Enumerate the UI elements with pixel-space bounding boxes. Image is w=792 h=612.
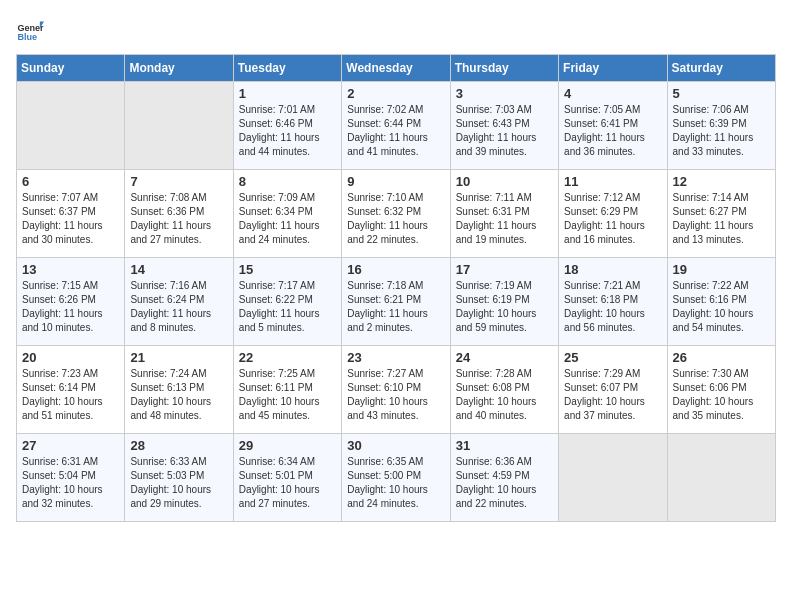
calendar-cell: 13Sunrise: 7:15 AM Sunset: 6:26 PM Dayli… (17, 258, 125, 346)
calendar-cell: 22Sunrise: 7:25 AM Sunset: 6:11 PM Dayli… (233, 346, 341, 434)
day-number: 9 (347, 174, 444, 189)
day-info: Sunrise: 7:27 AM Sunset: 6:10 PM Dayligh… (347, 367, 444, 423)
calendar-cell: 5Sunrise: 7:06 AM Sunset: 6:39 PM Daylig… (667, 82, 775, 170)
day-info: Sunrise: 6:36 AM Sunset: 4:59 PM Dayligh… (456, 455, 553, 511)
calendar-cell (17, 82, 125, 170)
day-info: Sunrise: 7:08 AM Sunset: 6:36 PM Dayligh… (130, 191, 227, 247)
calendar-cell (125, 82, 233, 170)
day-info: Sunrise: 7:10 AM Sunset: 6:32 PM Dayligh… (347, 191, 444, 247)
day-number: 7 (130, 174, 227, 189)
col-header-sunday: Sunday (17, 55, 125, 82)
day-info: Sunrise: 7:25 AM Sunset: 6:11 PM Dayligh… (239, 367, 336, 423)
day-number: 28 (130, 438, 227, 453)
day-info: Sunrise: 7:02 AM Sunset: 6:44 PM Dayligh… (347, 103, 444, 159)
day-info: Sunrise: 7:05 AM Sunset: 6:41 PM Dayligh… (564, 103, 661, 159)
calendar-cell: 25Sunrise: 7:29 AM Sunset: 6:07 PM Dayli… (559, 346, 667, 434)
calendar-cell: 23Sunrise: 7:27 AM Sunset: 6:10 PM Dayli… (342, 346, 450, 434)
svg-text:Blue: Blue (17, 32, 37, 42)
day-info: Sunrise: 7:17 AM Sunset: 6:22 PM Dayligh… (239, 279, 336, 335)
calendar-cell: 17Sunrise: 7:19 AM Sunset: 6:19 PM Dayli… (450, 258, 558, 346)
calendar-cell: 21Sunrise: 7:24 AM Sunset: 6:13 PM Dayli… (125, 346, 233, 434)
calendar-cell: 7Sunrise: 7:08 AM Sunset: 6:36 PM Daylig… (125, 170, 233, 258)
day-number: 20 (22, 350, 119, 365)
day-number: 21 (130, 350, 227, 365)
calendar-cell: 31Sunrise: 6:36 AM Sunset: 4:59 PM Dayli… (450, 434, 558, 522)
day-number: 22 (239, 350, 336, 365)
calendar-table: SundayMondayTuesdayWednesdayThursdayFrid… (16, 54, 776, 522)
col-header-wednesday: Wednesday (342, 55, 450, 82)
calendar-cell: 1Sunrise: 7:01 AM Sunset: 6:46 PM Daylig… (233, 82, 341, 170)
day-info: Sunrise: 7:18 AM Sunset: 6:21 PM Dayligh… (347, 279, 444, 335)
day-number: 17 (456, 262, 553, 277)
day-number: 16 (347, 262, 444, 277)
day-number: 13 (22, 262, 119, 277)
col-header-thursday: Thursday (450, 55, 558, 82)
day-number: 25 (564, 350, 661, 365)
calendar-cell: 24Sunrise: 7:28 AM Sunset: 6:08 PM Dayli… (450, 346, 558, 434)
day-number: 23 (347, 350, 444, 365)
day-info: Sunrise: 6:33 AM Sunset: 5:03 PM Dayligh… (130, 455, 227, 511)
day-info: Sunrise: 7:01 AM Sunset: 6:46 PM Dayligh… (239, 103, 336, 159)
calendar-cell: 19Sunrise: 7:22 AM Sunset: 6:16 PM Dayli… (667, 258, 775, 346)
day-number: 6 (22, 174, 119, 189)
calendar-cell: 11Sunrise: 7:12 AM Sunset: 6:29 PM Dayli… (559, 170, 667, 258)
day-info: Sunrise: 7:11 AM Sunset: 6:31 PM Dayligh… (456, 191, 553, 247)
day-info: Sunrise: 6:34 AM Sunset: 5:01 PM Dayligh… (239, 455, 336, 511)
logo-icon: General Blue (16, 16, 44, 44)
day-info: Sunrise: 7:03 AM Sunset: 6:43 PM Dayligh… (456, 103, 553, 159)
day-number: 3 (456, 86, 553, 101)
calendar-cell: 14Sunrise: 7:16 AM Sunset: 6:24 PM Dayli… (125, 258, 233, 346)
day-info: Sunrise: 7:12 AM Sunset: 6:29 PM Dayligh… (564, 191, 661, 247)
day-number: 15 (239, 262, 336, 277)
day-info: Sunrise: 7:21 AM Sunset: 6:18 PM Dayligh… (564, 279, 661, 335)
calendar-cell: 4Sunrise: 7:05 AM Sunset: 6:41 PM Daylig… (559, 82, 667, 170)
col-header-monday: Monday (125, 55, 233, 82)
day-number: 30 (347, 438, 444, 453)
day-number: 8 (239, 174, 336, 189)
day-info: Sunrise: 7:22 AM Sunset: 6:16 PM Dayligh… (673, 279, 770, 335)
day-number: 29 (239, 438, 336, 453)
day-number: 26 (673, 350, 770, 365)
logo: General Blue (16, 16, 44, 44)
day-info: Sunrise: 7:28 AM Sunset: 6:08 PM Dayligh… (456, 367, 553, 423)
day-info: Sunrise: 6:35 AM Sunset: 5:00 PM Dayligh… (347, 455, 444, 511)
calendar-cell: 27Sunrise: 6:31 AM Sunset: 5:04 PM Dayli… (17, 434, 125, 522)
calendar-cell: 6Sunrise: 7:07 AM Sunset: 6:37 PM Daylig… (17, 170, 125, 258)
col-header-tuesday: Tuesday (233, 55, 341, 82)
day-info: Sunrise: 7:23 AM Sunset: 6:14 PM Dayligh… (22, 367, 119, 423)
calendar-cell: 8Sunrise: 7:09 AM Sunset: 6:34 PM Daylig… (233, 170, 341, 258)
calendar-cell (667, 434, 775, 522)
calendar-cell: 16Sunrise: 7:18 AM Sunset: 6:21 PM Dayli… (342, 258, 450, 346)
day-number: 14 (130, 262, 227, 277)
calendar-cell: 28Sunrise: 6:33 AM Sunset: 5:03 PM Dayli… (125, 434, 233, 522)
calendar-cell: 29Sunrise: 6:34 AM Sunset: 5:01 PM Dayli… (233, 434, 341, 522)
col-header-saturday: Saturday (667, 55, 775, 82)
day-info: Sunrise: 7:14 AM Sunset: 6:27 PM Dayligh… (673, 191, 770, 247)
day-number: 1 (239, 86, 336, 101)
day-info: Sunrise: 7:07 AM Sunset: 6:37 PM Dayligh… (22, 191, 119, 247)
calendar-cell: 10Sunrise: 7:11 AM Sunset: 6:31 PM Dayli… (450, 170, 558, 258)
day-number: 2 (347, 86, 444, 101)
day-number: 31 (456, 438, 553, 453)
day-info: Sunrise: 7:15 AM Sunset: 6:26 PM Dayligh… (22, 279, 119, 335)
calendar-cell: 18Sunrise: 7:21 AM Sunset: 6:18 PM Dayli… (559, 258, 667, 346)
day-info: Sunrise: 7:19 AM Sunset: 6:19 PM Dayligh… (456, 279, 553, 335)
calendar-cell: 30Sunrise: 6:35 AM Sunset: 5:00 PM Dayli… (342, 434, 450, 522)
day-number: 11 (564, 174, 661, 189)
day-info: Sunrise: 7:09 AM Sunset: 6:34 PM Dayligh… (239, 191, 336, 247)
calendar-cell: 9Sunrise: 7:10 AM Sunset: 6:32 PM Daylig… (342, 170, 450, 258)
day-number: 27 (22, 438, 119, 453)
day-info: Sunrise: 7:06 AM Sunset: 6:39 PM Dayligh… (673, 103, 770, 159)
day-info: Sunrise: 7:24 AM Sunset: 6:13 PM Dayligh… (130, 367, 227, 423)
calendar-cell: 20Sunrise: 7:23 AM Sunset: 6:14 PM Dayli… (17, 346, 125, 434)
day-info: Sunrise: 7:29 AM Sunset: 6:07 PM Dayligh… (564, 367, 661, 423)
day-number: 19 (673, 262, 770, 277)
day-number: 10 (456, 174, 553, 189)
calendar-cell: 15Sunrise: 7:17 AM Sunset: 6:22 PM Dayli… (233, 258, 341, 346)
calendar-cell: 3Sunrise: 7:03 AM Sunset: 6:43 PM Daylig… (450, 82, 558, 170)
day-number: 12 (673, 174, 770, 189)
day-number: 4 (564, 86, 661, 101)
header: General Blue (16, 16, 776, 44)
day-info: Sunrise: 7:16 AM Sunset: 6:24 PM Dayligh… (130, 279, 227, 335)
col-header-friday: Friday (559, 55, 667, 82)
